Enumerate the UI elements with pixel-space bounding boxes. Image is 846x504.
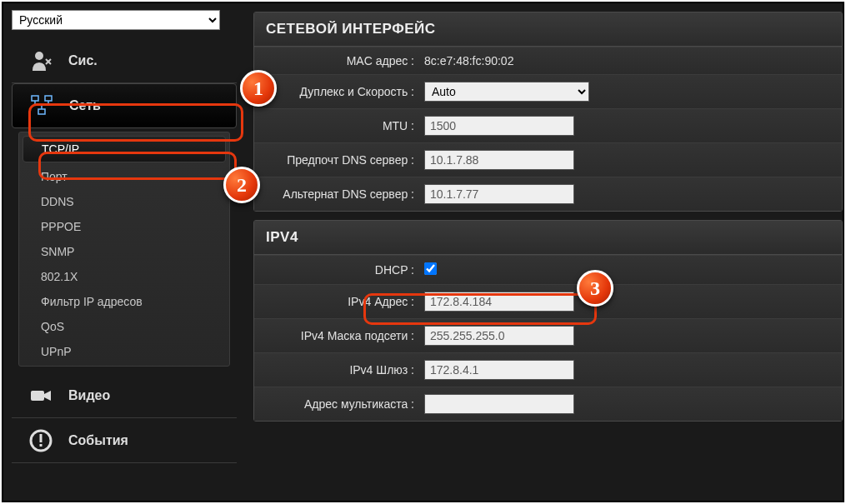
panel-header-ipv4: IPV4: [254, 221, 842, 255]
value-mac: 8c:e7:48:fc:90:02: [421, 54, 842, 67]
submenu-tcpip[interactable]: TCP/IP: [23, 136, 226, 162]
row-dns2: Альтернат DNS сервер :: [254, 177, 842, 211]
row-duplex: Дуплекс и Скорость : Auto: [254, 74, 842, 108]
submenu-snmp[interactable]: SNMP: [19, 239, 229, 264]
svg-rect-7: [40, 444, 43, 447]
label-dns2: Альтернат DNS сервер :: [254, 187, 421, 201]
label-duplex: Дуплекс и Скорость :: [254, 85, 421, 98]
submenu-qos[interactable]: QoS: [19, 314, 229, 339]
svg-rect-2: [45, 96, 52, 101]
submenu-ddns[interactable]: DDNS: [19, 189, 229, 214]
sidebar-item-video[interactable]: Видео: [12, 373, 237, 418]
label-mac: MAC адрес :: [254, 54, 421, 67]
svg-rect-3: [38, 109, 45, 114]
label-dns1: Предпочт DNS сервер :: [254, 153, 421, 167]
svg-rect-6: [40, 434, 43, 442]
label-mtu: MTU :: [254, 119, 421, 132]
row-mcast: Адрес мультикаста :: [254, 387, 842, 421]
sidebar-label-system: Сис.: [68, 53, 98, 68]
callout-1: 1: [240, 70, 277, 107]
row-dhcp: DHCP :: [254, 255, 842, 284]
submenu-pppoe[interactable]: PPPOE: [19, 214, 229, 239]
submenu-port[interactable]: Порт: [19, 164, 229, 189]
select-duplex[interactable]: Auto: [424, 82, 589, 102]
input-ipv4mask[interactable]: [424, 326, 574, 346]
svg-point-0: [35, 52, 43, 60]
row-dns1: Предпочт DNS сервер :: [254, 142, 842, 177]
video-icon: [27, 382, 55, 410]
input-ipv4gw[interactable]: [424, 360, 574, 380]
submenu-8021x[interactable]: 802.1X: [19, 264, 229, 289]
row-mtu: MTU :: [254, 108, 842, 142]
app-frame: Русский Сис. Сеть: [2, 2, 844, 502]
label-ipv4mask: IPv4 Маска подсети :: [254, 329, 421, 342]
checkbox-dhcp[interactable]: [424, 262, 437, 275]
label-ipv4gw: IPv4 Шлюз :: [254, 363, 421, 377]
events-icon: [27, 427, 55, 455]
row-ipv4gw: IPv4 Шлюз :: [254, 352, 842, 387]
sidebar-label-video: Видео: [68, 388, 110, 403]
language-select[interactable]: Русский: [12, 10, 220, 30]
input-dns1[interactable]: [424, 150, 574, 170]
sidebar-item-system[interactable]: Сис.: [12, 38, 237, 83]
label-dhcp: DHCP :: [254, 263, 421, 277]
panel-header-netiface: СЕТЕВОЙ ИНТЕРФЕЙС: [254, 12, 842, 47]
submenu-ipfilter[interactable]: Фильтр IP адресов: [19, 289, 229, 314]
label-ipv4addr: IPv4 Адрес :: [254, 295, 421, 308]
label-mcast: Адрес мультикаста :: [254, 397, 421, 411]
callout-2: 2: [223, 167, 260, 203]
row-mac: MAC адрес : 8c:e7:48:fc:90:02: [254, 47, 842, 74]
sidebar-label-events: События: [68, 433, 128, 448]
svg-rect-4: [31, 391, 44, 401]
sidebar: Русский Сис. Сеть: [3, 3, 245, 501]
input-mtu[interactable]: [424, 116, 574, 136]
submenu-upnp[interactable]: UPnP: [19, 339, 229, 364]
content-area: СЕТЕВОЙ ИНТЕРФЕЙС MAC адрес : 8c:e7:48:f…: [245, 3, 843, 501]
sidebar-item-events[interactable]: События: [12, 418, 237, 463]
panel-network-interface: СЕТЕВОЙ ИНТЕРФЕЙС MAC адрес : 8c:e7:48:f…: [253, 12, 843, 212]
system-icon: [27, 47, 55, 75]
sidebar-label-network: Сеть: [69, 98, 101, 113]
input-mcast[interactable]: [424, 394, 574, 414]
network-icon: [28, 92, 56, 120]
network-submenu: TCP/IP Порт DDNS PPPOE SNMP 802.1X Фильт…: [18, 132, 230, 367]
row-ipv4mask: IPv4 Маска подсети :: [254, 318, 842, 352]
panel-ipv4: IPV4 DHCP : IPv4 Адрес : IPv4 Маска подс…: [253, 220, 843, 422]
svg-rect-1: [32, 96, 38, 101]
sidebar-item-network[interactable]: Сеть: [12, 83, 237, 128]
input-dns2[interactable]: [424, 184, 574, 204]
callout-3: 3: [577, 270, 613, 307]
input-ipv4addr[interactable]: [424, 292, 574, 312]
row-ipv4addr: IPv4 Адрес :: [254, 284, 842, 318]
